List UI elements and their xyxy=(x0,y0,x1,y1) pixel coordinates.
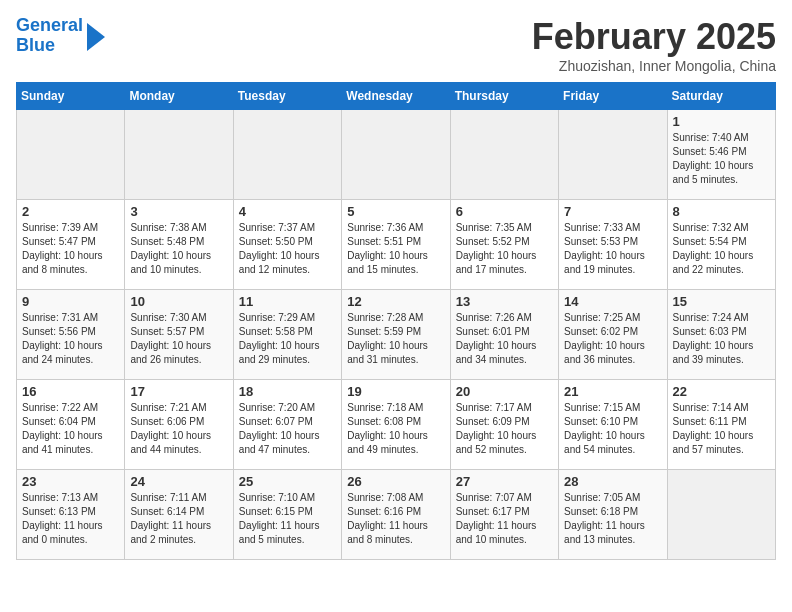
day-number: 6 xyxy=(456,204,553,219)
day-header-saturday: Saturday xyxy=(667,83,775,110)
day-cell xyxy=(125,110,233,200)
day-cell: 12Sunrise: 7:28 AM Sunset: 5:59 PM Dayli… xyxy=(342,290,450,380)
week-row-4: 16Sunrise: 7:22 AM Sunset: 6:04 PM Dayli… xyxy=(17,380,776,470)
day-info-text: Sunrise: 7:20 AM Sunset: 6:07 PM Dayligh… xyxy=(239,401,336,457)
day-number: 20 xyxy=(456,384,553,399)
logo-blue-text: Blue xyxy=(16,35,55,55)
day-cell: 16Sunrise: 7:22 AM Sunset: 6:04 PM Dayli… xyxy=(17,380,125,470)
day-number: 19 xyxy=(347,384,444,399)
logo-general: General xyxy=(16,15,83,35)
month-title: February 2025 xyxy=(532,16,776,58)
day-cell xyxy=(342,110,450,200)
day-cell: 15Sunrise: 7:24 AM Sunset: 6:03 PM Dayli… xyxy=(667,290,775,380)
day-number: 22 xyxy=(673,384,770,399)
day-cell: 28Sunrise: 7:05 AM Sunset: 6:18 PM Dayli… xyxy=(559,470,667,560)
day-cell: 17Sunrise: 7:21 AM Sunset: 6:06 PM Dayli… xyxy=(125,380,233,470)
day-cell: 19Sunrise: 7:18 AM Sunset: 6:08 PM Dayli… xyxy=(342,380,450,470)
day-number: 24 xyxy=(130,474,227,489)
day-info-text: Sunrise: 7:22 AM Sunset: 6:04 PM Dayligh… xyxy=(22,401,119,457)
calendar-header: SundayMondayTuesdayWednesdayThursdayFrid… xyxy=(17,83,776,110)
day-number: 17 xyxy=(130,384,227,399)
day-info-text: Sunrise: 7:32 AM Sunset: 5:54 PM Dayligh… xyxy=(673,221,770,277)
day-cell: 4Sunrise: 7:37 AM Sunset: 5:50 PM Daylig… xyxy=(233,200,341,290)
title-block: February 2025 Zhuozishan, Inner Mongolia… xyxy=(532,16,776,74)
day-cell: 22Sunrise: 7:14 AM Sunset: 6:11 PM Dayli… xyxy=(667,380,775,470)
day-info-text: Sunrise: 7:33 AM Sunset: 5:53 PM Dayligh… xyxy=(564,221,661,277)
day-cell xyxy=(233,110,341,200)
day-cell: 26Sunrise: 7:08 AM Sunset: 6:16 PM Dayli… xyxy=(342,470,450,560)
day-number: 15 xyxy=(673,294,770,309)
day-info-text: Sunrise: 7:28 AM Sunset: 5:59 PM Dayligh… xyxy=(347,311,444,367)
day-info-text: Sunrise: 7:29 AM Sunset: 5:58 PM Dayligh… xyxy=(239,311,336,367)
day-info-text: Sunrise: 7:15 AM Sunset: 6:10 PM Dayligh… xyxy=(564,401,661,457)
logo-blue: Blue xyxy=(16,36,83,56)
day-info-text: Sunrise: 7:40 AM Sunset: 5:46 PM Dayligh… xyxy=(673,131,770,187)
day-number: 8 xyxy=(673,204,770,219)
day-info-text: Sunrise: 7:24 AM Sunset: 6:03 PM Dayligh… xyxy=(673,311,770,367)
week-row-3: 9Sunrise: 7:31 AM Sunset: 5:56 PM Daylig… xyxy=(17,290,776,380)
day-info-text: Sunrise: 7:17 AM Sunset: 6:09 PM Dayligh… xyxy=(456,401,553,457)
day-number: 21 xyxy=(564,384,661,399)
day-number: 16 xyxy=(22,384,119,399)
day-number: 14 xyxy=(564,294,661,309)
calendar-body: 1Sunrise: 7:40 AM Sunset: 5:46 PM Daylig… xyxy=(17,110,776,560)
day-number: 3 xyxy=(130,204,227,219)
day-number: 13 xyxy=(456,294,553,309)
day-number: 4 xyxy=(239,204,336,219)
logo: General Blue xyxy=(16,16,105,56)
day-info-text: Sunrise: 7:21 AM Sunset: 6:06 PM Dayligh… xyxy=(130,401,227,457)
day-cell: 5Sunrise: 7:36 AM Sunset: 5:51 PM Daylig… xyxy=(342,200,450,290)
day-cell: 20Sunrise: 7:17 AM Sunset: 6:09 PM Dayli… xyxy=(450,380,558,470)
day-info-text: Sunrise: 7:31 AM Sunset: 5:56 PM Dayligh… xyxy=(22,311,119,367)
day-info-text: Sunrise: 7:36 AM Sunset: 5:51 PM Dayligh… xyxy=(347,221,444,277)
location-text: Zhuozishan, Inner Mongolia, China xyxy=(532,58,776,74)
day-info-text: Sunrise: 7:18 AM Sunset: 6:08 PM Dayligh… xyxy=(347,401,444,457)
day-number: 10 xyxy=(130,294,227,309)
day-number: 28 xyxy=(564,474,661,489)
day-info-text: Sunrise: 7:38 AM Sunset: 5:48 PM Dayligh… xyxy=(130,221,227,277)
day-info-text: Sunrise: 7:30 AM Sunset: 5:57 PM Dayligh… xyxy=(130,311,227,367)
day-info-text: Sunrise: 7:14 AM Sunset: 6:11 PM Dayligh… xyxy=(673,401,770,457)
logo-text: General xyxy=(16,16,83,36)
week-row-2: 2Sunrise: 7:39 AM Sunset: 5:47 PM Daylig… xyxy=(17,200,776,290)
day-number: 5 xyxy=(347,204,444,219)
day-number: 1 xyxy=(673,114,770,129)
page-header: General Blue February 2025 Zhuozishan, I… xyxy=(16,16,776,74)
day-info-text: Sunrise: 7:08 AM Sunset: 6:16 PM Dayligh… xyxy=(347,491,444,547)
day-cell: 24Sunrise: 7:11 AM Sunset: 6:14 PM Dayli… xyxy=(125,470,233,560)
day-number: 9 xyxy=(22,294,119,309)
day-cell: 13Sunrise: 7:26 AM Sunset: 6:01 PM Dayli… xyxy=(450,290,558,380)
week-row-1: 1Sunrise: 7:40 AM Sunset: 5:46 PM Daylig… xyxy=(17,110,776,200)
week-row-5: 23Sunrise: 7:13 AM Sunset: 6:13 PM Dayli… xyxy=(17,470,776,560)
day-number: 23 xyxy=(22,474,119,489)
day-cell: 11Sunrise: 7:29 AM Sunset: 5:58 PM Dayli… xyxy=(233,290,341,380)
day-cell xyxy=(667,470,775,560)
day-cell: 9Sunrise: 7:31 AM Sunset: 5:56 PM Daylig… xyxy=(17,290,125,380)
day-number: 18 xyxy=(239,384,336,399)
day-cell: 8Sunrise: 7:32 AM Sunset: 5:54 PM Daylig… xyxy=(667,200,775,290)
day-cell: 14Sunrise: 7:25 AM Sunset: 6:02 PM Dayli… xyxy=(559,290,667,380)
day-info-text: Sunrise: 7:07 AM Sunset: 6:17 PM Dayligh… xyxy=(456,491,553,547)
day-info-text: Sunrise: 7:37 AM Sunset: 5:50 PM Dayligh… xyxy=(239,221,336,277)
day-header-thursday: Thursday xyxy=(450,83,558,110)
day-info-text: Sunrise: 7:35 AM Sunset: 5:52 PM Dayligh… xyxy=(456,221,553,277)
day-header-friday: Friday xyxy=(559,83,667,110)
day-number: 7 xyxy=(564,204,661,219)
day-cell: 7Sunrise: 7:33 AM Sunset: 5:53 PM Daylig… xyxy=(559,200,667,290)
day-number: 11 xyxy=(239,294,336,309)
day-cell: 6Sunrise: 7:35 AM Sunset: 5:52 PM Daylig… xyxy=(450,200,558,290)
day-cell: 1Sunrise: 7:40 AM Sunset: 5:46 PM Daylig… xyxy=(667,110,775,200)
day-cell xyxy=(559,110,667,200)
day-cell xyxy=(450,110,558,200)
day-cell: 21Sunrise: 7:15 AM Sunset: 6:10 PM Dayli… xyxy=(559,380,667,470)
day-number: 25 xyxy=(239,474,336,489)
day-info-text: Sunrise: 7:25 AM Sunset: 6:02 PM Dayligh… xyxy=(564,311,661,367)
calendar-table: SundayMondayTuesdayWednesdayThursdayFrid… xyxy=(16,82,776,560)
logo-arrow-icon xyxy=(87,23,105,51)
day-header-tuesday: Tuesday xyxy=(233,83,341,110)
day-cell: 3Sunrise: 7:38 AM Sunset: 5:48 PM Daylig… xyxy=(125,200,233,290)
day-info-text: Sunrise: 7:26 AM Sunset: 6:01 PM Dayligh… xyxy=(456,311,553,367)
day-cell xyxy=(17,110,125,200)
day-header-sunday: Sunday xyxy=(17,83,125,110)
day-info-text: Sunrise: 7:05 AM Sunset: 6:18 PM Dayligh… xyxy=(564,491,661,547)
